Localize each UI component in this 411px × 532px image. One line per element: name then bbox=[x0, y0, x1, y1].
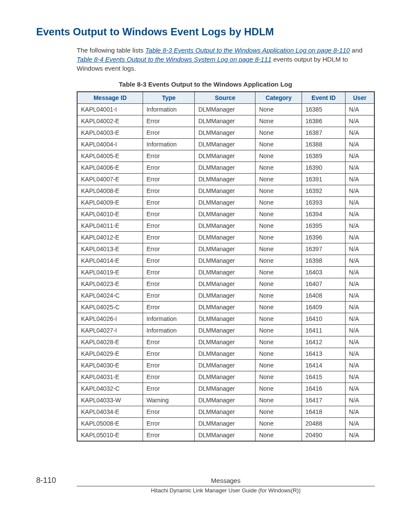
table-cell: N/A bbox=[346, 104, 374, 115]
table-row: KAPL05008-EErrorDLMManagerNone20488N/A bbox=[77, 418, 374, 429]
document-page: Events Output to Windows Event Logs by H… bbox=[0, 0, 411, 507]
table-row: KAPL04024-CErrorDLMManagerNone16408N/A bbox=[77, 290, 374, 302]
intro-text-mid: and bbox=[352, 47, 362, 54]
table-row: KAPL04006-EErrorDLMManagerNone16390N/A bbox=[77, 162, 374, 174]
table-cell: DLMManager bbox=[195, 383, 255, 395]
table-row: KAPL04019-EErrorDLMManagerNone16403N/A bbox=[77, 267, 374, 278]
table-cell: N/A bbox=[346, 383, 374, 395]
table-cell: Error bbox=[143, 208, 195, 220]
table-cell: Error bbox=[143, 232, 195, 243]
table-cell: None bbox=[255, 278, 302, 290]
table-cell: None bbox=[255, 383, 302, 395]
table-cell: N/A bbox=[346, 406, 374, 418]
table-row: KAPL04008-EErrorDLMManagerNone16392N/A bbox=[77, 185, 374, 197]
table-cell: 16394 bbox=[302, 208, 346, 220]
table-cell: DLMManager bbox=[195, 395, 255, 406]
table-cell: KAPL04014-E bbox=[77, 255, 143, 267]
table-cell: KAPL04023-E bbox=[77, 278, 143, 290]
table-cell: KAPL05010-E bbox=[77, 429, 143, 442]
table-cell: 16416 bbox=[302, 383, 346, 395]
table-cell: Error bbox=[143, 360, 195, 371]
table-cell: None bbox=[255, 313, 302, 325]
table-cell: DLMManager bbox=[195, 243, 255, 255]
table-cell: 16417 bbox=[302, 395, 346, 406]
table-cell: N/A bbox=[346, 290, 374, 302]
table-cell: KAPL04033-W bbox=[77, 395, 143, 406]
table-cell: None bbox=[255, 395, 302, 406]
table-cell: Error bbox=[143, 267, 195, 278]
table-cell: Error bbox=[143, 336, 195, 348]
table-cell: N/A bbox=[346, 325, 374, 336]
table-cell: None bbox=[255, 127, 302, 139]
table-cell: None bbox=[255, 104, 302, 115]
footer-center-bottom: Hitachi Dynamic Link Manager User Guide … bbox=[77, 487, 375, 494]
table-cell: DLMManager bbox=[195, 278, 255, 290]
col-type: Type bbox=[143, 92, 195, 104]
table-cell: None bbox=[255, 220, 302, 232]
table-cell: N/A bbox=[346, 232, 374, 243]
footer-divider bbox=[77, 486, 375, 486]
table-cell: DLMManager bbox=[195, 150, 255, 162]
table-cell: DLMManager bbox=[195, 360, 255, 371]
table-cell: KAPL04009-E bbox=[77, 197, 143, 208]
table-cell: 16386 bbox=[302, 115, 346, 127]
table-cell: DLMManager bbox=[195, 220, 255, 232]
table-cell: 16414 bbox=[302, 360, 346, 371]
table-row: KAPL04012-EErrorDLMManagerNone16396N/A bbox=[77, 232, 374, 243]
table-cell: Information bbox=[143, 325, 195, 336]
table-cell: 16389 bbox=[302, 150, 346, 162]
table-cell: KAPL04032-C bbox=[77, 383, 143, 395]
table-cell: Error bbox=[143, 290, 195, 302]
table-cell: 16403 bbox=[302, 267, 346, 278]
link-table-8-4[interactable]: Table 8-4 Events Output to the Windows S… bbox=[77, 56, 271, 63]
table-cell: None bbox=[255, 243, 302, 255]
table-cell: KAPL04029-E bbox=[77, 348, 143, 360]
table-row: KAPL04034-EErrorDLMManagerNone16418N/A bbox=[77, 406, 374, 418]
table-cell: DLMManager bbox=[195, 267, 255, 278]
link-table-8-3[interactable]: Table 8-3 Events Output to the Windows A… bbox=[145, 47, 350, 54]
table-cell: Error bbox=[143, 197, 195, 208]
table-row: KAPL04025-CErrorDLMManagerNone16409N/A bbox=[77, 302, 374, 313]
table-cell: 16410 bbox=[302, 313, 346, 325]
table-cell: Error bbox=[143, 429, 195, 442]
intro-paragraph: The following table lists Table 8-3 Even… bbox=[77, 46, 375, 73]
table-cell: N/A bbox=[346, 162, 374, 174]
table-cell: KAPL04010-E bbox=[77, 208, 143, 220]
table-cell: KAPL04030-E bbox=[77, 360, 143, 371]
table-cell: N/A bbox=[346, 197, 374, 208]
table-cell: None bbox=[255, 290, 302, 302]
table-cell: N/A bbox=[346, 429, 374, 442]
table-cell: N/A bbox=[346, 336, 374, 348]
col-source: Source bbox=[195, 92, 255, 104]
table-row: KAPL04026-IInformationDLMManagerNone1641… bbox=[77, 313, 374, 325]
table-cell: 20488 bbox=[302, 418, 346, 429]
table-cell: 16396 bbox=[302, 232, 346, 243]
table-cell: KAPL04005-E bbox=[77, 150, 143, 162]
table-cell: DLMManager bbox=[195, 104, 255, 115]
table-row: KAPL04014-EErrorDLMManagerNone16398N/A bbox=[77, 255, 374, 267]
table-cell: N/A bbox=[346, 278, 374, 290]
table-cell: DLMManager bbox=[195, 336, 255, 348]
table-cell: DLMManager bbox=[195, 174, 255, 185]
table-cell: None bbox=[255, 174, 302, 185]
table-row: KAPL04003-EErrorDLMManagerNone16387N/A bbox=[77, 127, 374, 139]
table-cell: 16418 bbox=[302, 406, 346, 418]
table-cell: 16413 bbox=[302, 348, 346, 360]
table-cell: Error bbox=[143, 278, 195, 290]
table-cell: KAPL04007-E bbox=[77, 174, 143, 185]
table-row: KAPL04011-EErrorDLMManagerNone16395N/A bbox=[77, 220, 374, 232]
table-cell: 16390 bbox=[302, 162, 346, 174]
intro-text-prefix: The following table lists bbox=[77, 47, 145, 54]
table-cell: KAPL04024-C bbox=[77, 290, 143, 302]
table-cell: 16393 bbox=[302, 197, 346, 208]
table-cell: DLMManager bbox=[195, 232, 255, 243]
table-cell: 16395 bbox=[302, 220, 346, 232]
table-cell: None bbox=[255, 208, 302, 220]
table-row: KAPL04001-IInformationDLMManagerNone1638… bbox=[77, 104, 374, 115]
table-cell: N/A bbox=[346, 255, 374, 267]
table-row: KAPL04031-EErrorDLMManagerNone16415N/A bbox=[77, 371, 374, 383]
table-cell: KAPL04034-E bbox=[77, 406, 143, 418]
table-cell: N/A bbox=[346, 174, 374, 185]
table-cell: None bbox=[255, 406, 302, 418]
table-row: KAPL04007-EErrorDLMManagerNone16391N/A bbox=[77, 174, 374, 185]
